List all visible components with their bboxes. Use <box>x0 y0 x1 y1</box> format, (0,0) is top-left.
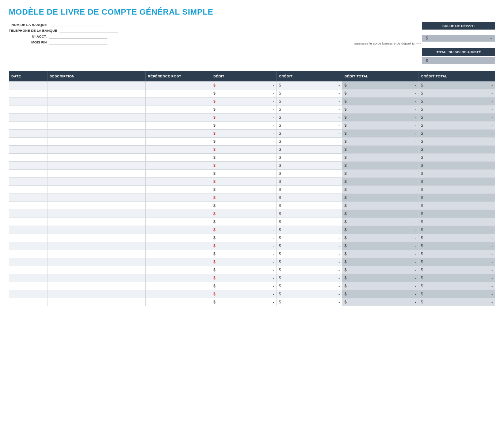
cell-desc-12[interactable] <box>47 178 145 186</box>
cell-debit-15[interactable]: $- <box>211 202 276 210</box>
cell-date-6[interactable] <box>9 130 47 138</box>
cell-desc-21[interactable] <box>47 250 145 258</box>
cell-date-13[interactable] <box>9 186 47 194</box>
cell-credit-14[interactable]: $- <box>276 194 342 202</box>
cell-debit-9[interactable]: $- <box>211 154 276 162</box>
cell-credit-17[interactable]: $- <box>276 218 342 226</box>
cell-date-19[interactable] <box>9 234 47 242</box>
cell-ref-25[interactable] <box>145 282 211 290</box>
cell-desc-15[interactable] <box>47 202 145 210</box>
cell-credit-22[interactable]: $- <box>276 258 342 266</box>
cell-debit-2[interactable]: $- <box>211 97 276 106</box>
cell-date-11[interactable] <box>9 170 47 178</box>
cell-ref-11[interactable] <box>145 170 211 178</box>
cell-desc-2[interactable] <box>47 97 145 106</box>
bank-value-month-end[interactable] <box>49 39 107 45</box>
cell-ref-3[interactable] <box>145 106 211 114</box>
cell-credit-27[interactable]: $- <box>276 298 342 306</box>
cell-ref-1[interactable] <box>145 89 211 97</box>
cell-credit-8[interactable]: $- <box>276 146 342 154</box>
cell-date-0[interactable] <box>9 81 47 89</box>
cell-date-16[interactable] <box>9 210 47 218</box>
cell-ref-2[interactable] <box>145 97 211 106</box>
cell-ref-24[interactable] <box>145 274 211 282</box>
cell-desc-19[interactable] <box>47 234 145 242</box>
cell-credit-4[interactable]: $- <box>276 114 342 122</box>
cell-desc-8[interactable] <box>47 146 145 154</box>
cell-date-5[interactable] <box>9 122 47 130</box>
cell-credit-10[interactable]: $- <box>276 162 342 170</box>
cell-ref-19[interactable] <box>145 234 211 242</box>
cell-date-23[interactable] <box>9 266 47 274</box>
cell-credit-23[interactable]: $- <box>276 266 342 274</box>
cell-debit-8[interactable]: $- <box>211 146 276 154</box>
cell-ref-26[interactable] <box>145 290 211 298</box>
cell-credit-13[interactable]: $- <box>276 186 342 194</box>
cell-credit-6[interactable]: $- <box>276 130 342 138</box>
cell-date-15[interactable] <box>9 202 47 210</box>
solde-depart-value[interactable]: $ - <box>422 35 495 42</box>
cell-ref-9[interactable] <box>145 154 211 162</box>
cell-ref-8[interactable] <box>145 146 211 154</box>
cell-date-14[interactable] <box>9 194 47 202</box>
cell-credit-26[interactable]: $- <box>276 290 342 298</box>
cell-credit-20[interactable]: $- <box>276 242 342 250</box>
cell-debit-5[interactable]: $- <box>211 122 276 130</box>
cell-ref-0[interactable] <box>145 81 211 89</box>
cell-date-10[interactable] <box>9 162 47 170</box>
cell-credit-24[interactable]: $- <box>276 274 342 282</box>
cell-date-3[interactable] <box>9 106 47 114</box>
cell-credit-18[interactable]: $- <box>276 226 342 234</box>
cell-ref-13[interactable] <box>145 186 211 194</box>
cell-desc-11[interactable] <box>47 170 145 178</box>
cell-date-18[interactable] <box>9 226 47 234</box>
cell-desc-14[interactable] <box>47 194 145 202</box>
cell-date-21[interactable] <box>9 250 47 258</box>
cell-desc-9[interactable] <box>47 154 145 162</box>
cell-desc-10[interactable] <box>47 162 145 170</box>
cell-debit-7[interactable]: $- <box>211 138 276 146</box>
cell-credit-7[interactable]: $- <box>276 138 342 146</box>
cell-credit-1[interactable]: $- <box>276 89 342 97</box>
cell-credit-9[interactable]: $- <box>276 154 342 162</box>
cell-date-22[interactable] <box>9 258 47 266</box>
cell-date-1[interactable] <box>9 89 47 97</box>
cell-debit-26[interactable]: $- <box>211 290 276 298</box>
cell-credit-5[interactable]: $- <box>276 122 342 130</box>
cell-credit-3[interactable]: $- <box>276 106 342 114</box>
cell-desc-23[interactable] <box>47 266 145 274</box>
cell-debit-23[interactable]: $- <box>211 266 276 274</box>
cell-desc-6[interactable] <box>47 130 145 138</box>
cell-ref-20[interactable] <box>145 242 211 250</box>
cell-ref-15[interactable] <box>145 202 211 210</box>
cell-ref-7[interactable] <box>145 138 211 146</box>
cell-debit-27[interactable]: $- <box>211 298 276 306</box>
cell-desc-18[interactable] <box>47 226 145 234</box>
cell-debit-16[interactable]: $- <box>211 210 276 218</box>
cell-date-17[interactable] <box>9 218 47 226</box>
cell-date-25[interactable] <box>9 282 47 290</box>
cell-credit-2[interactable]: $- <box>276 97 342 106</box>
cell-date-20[interactable] <box>9 242 47 250</box>
cell-ref-5[interactable] <box>145 122 211 130</box>
cell-debit-6[interactable]: $- <box>211 130 276 138</box>
cell-desc-22[interactable] <box>47 258 145 266</box>
cell-date-7[interactable] <box>9 138 47 146</box>
cell-ref-17[interactable] <box>145 218 211 226</box>
cell-debit-4[interactable]: $- <box>211 114 276 122</box>
cell-debit-3[interactable]: $- <box>211 106 276 114</box>
cell-debit-0[interactable]: $- <box>211 81 276 89</box>
cell-ref-22[interactable] <box>145 258 211 266</box>
cell-debit-17[interactable]: $- <box>211 218 276 226</box>
cell-credit-0[interactable]: $- <box>276 81 342 89</box>
cell-debit-10[interactable]: $- <box>211 162 276 170</box>
cell-debit-20[interactable]: $- <box>211 242 276 250</box>
cell-date-12[interactable] <box>9 178 47 186</box>
bank-value-bank-name[interactable] <box>49 22 107 27</box>
cell-desc-7[interactable] <box>47 138 145 146</box>
cell-desc-25[interactable] <box>47 282 145 290</box>
cell-date-9[interactable] <box>9 154 47 162</box>
cell-date-8[interactable] <box>9 146 47 154</box>
cell-debit-22[interactable]: $- <box>211 258 276 266</box>
cell-debit-24[interactable]: $- <box>211 274 276 282</box>
